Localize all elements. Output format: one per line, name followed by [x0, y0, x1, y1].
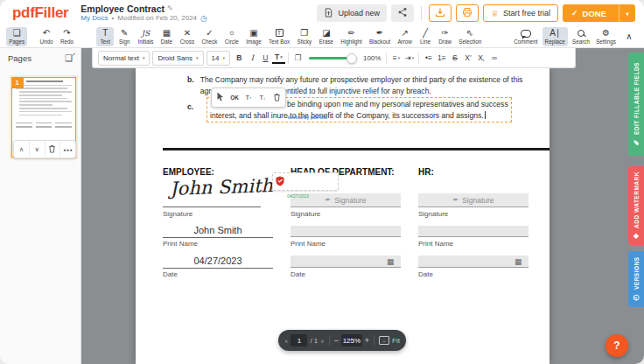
redo-icon: ↷ [63, 29, 70, 38]
employee-signature-label: Signature [163, 210, 192, 218]
employee-date[interactable]: 04/27/2023 [163, 256, 273, 266]
edit-fields-icon: ✎ [633, 138, 640, 147]
modified-text: Modified on Feb 20, 2024 [117, 14, 197, 22]
superscript-button[interactable]: X′ [461, 52, 474, 65]
print-button[interactable] [456, 4, 479, 22]
increase-font-button[interactable]: T↑ [242, 90, 256, 105]
font-size-dropdown[interactable]: 14▾ [206, 51, 230, 66]
move-page-down-button[interactable]: ∨ [30, 141, 46, 158]
rename-pencil-icon[interactable]: ✎ [167, 4, 173, 12]
font-family-dropdown[interactable]: Droid Sans▾ [152, 51, 203, 66]
toolbar-erase[interactable]: ◪Erase [316, 27, 336, 47]
hr-signature-field[interactable]: ✒ Signature [418, 193, 528, 207]
pdffiller-logo[interactable]: pdfFiller [12, 4, 68, 22]
ok-button[interactable]: OK [228, 90, 242, 105]
opacity-slider[interactable] [309, 57, 353, 60]
toolbar-text[interactable]: TText [96, 27, 114, 47]
underline-button[interactable]: U [259, 52, 272, 65]
decrease-font-button[interactable]: T↓ [256, 90, 270, 105]
bullet-list-button[interactable]: •≡ [422, 52, 435, 65]
line-icon: ╱ [423, 29, 428, 38]
toolbar-check[interactable]: ✓Check [199, 27, 220, 47]
toolbar-cross[interactable]: ✕Cross [177, 27, 197, 47]
subscript-button[interactable]: X‚ [474, 52, 487, 65]
header-left: pdfFiller Employee Contract ✎ My Docs • … [12, 4, 207, 23]
toolbar-blackout[interactable]: ✒Blackout [367, 27, 393, 47]
history-clock-icon[interactable]: ◷ [200, 14, 207, 23]
toolbar-image[interactable]: ▣Image [243, 27, 264, 47]
caret-down-icon: ▾ [412, 55, 415, 60]
move-page-up-button[interactable]: ∧ [14, 141, 30, 158]
toolbar-replace[interactable]: A∣Replace [542, 27, 568, 47]
breadcrumb-my-docs[interactable]: My Docs [80, 14, 108, 22]
versions-tab[interactable]: ◷VERSIONS [628, 251, 644, 307]
toolbar-search[interactable]: Search [570, 27, 592, 47]
add-watermark-tab[interactable]: ❖ADD WATERMARK [628, 166, 644, 245]
export-pages-icon[interactable]: ❏ ↗ [65, 53, 73, 63]
toolbar-text-box[interactable]: TText Box [266, 27, 292, 46]
indent-dropdown[interactable]: ⇥▾ [402, 52, 416, 65]
toolbar-sticky[interactable]: ❐Sticky [294, 27, 314, 47]
item-c-line2: interest, and shall inure to the benefit… [210, 110, 508, 122]
align-dropdown[interactable]: ≡▾ [389, 52, 402, 65]
toolbar-redo[interactable]: ↷Redo [58, 27, 77, 47]
zoom-level-value[interactable]: 125% [341, 334, 362, 346]
copy-style-button[interactable]: ❐ [291, 52, 304, 65]
opacity-value: 100% [363, 54, 381, 62]
upload-new-button[interactable]: Upload new [317, 4, 387, 22]
toolbar-collapse-toolbar[interactable]: ∧ [620, 31, 638, 43]
download-button[interactable] [429, 4, 452, 22]
slider-thumb[interactable] [346, 53, 357, 64]
done-dropdown-caret[interactable]: ▾ [619, 4, 635, 22]
toolbar-highlight[interactable]: ✏Highlight [338, 27, 365, 47]
hr-date-field[interactable]: ▦ [418, 256, 528, 268]
employee-signature-line [163, 206, 261, 207]
delete-page-button[interactable] [46, 141, 61, 158]
toolbar-sign[interactable]: ✎Sign [116, 27, 133, 47]
image-icon: ▣ [249, 29, 257, 38]
arrow-icon: ↗ [401, 29, 408, 38]
toolbar-undo[interactable]: ↶Undo [37, 27, 56, 47]
help-button[interactable]: ? [606, 334, 628, 357]
italic-button[interactable]: I [246, 52, 259, 65]
cross-icon: ✕ [184, 29, 191, 38]
highlight-icon: ✏ [347, 29, 354, 38]
toolbar-selection[interactable]: ⇖Selection [456, 27, 484, 47]
toolbar-comment[interactable]: Comment [511, 27, 540, 47]
move-text-button[interactable] [214, 90, 228, 105]
employee-signature-script[interactable]: John Smith [167, 175, 276, 200]
text-color-button[interactable]: T▾ [272, 52, 285, 64]
verified-signature-badge[interactable]: Verified by pdfFiller 04/27/2023 [272, 172, 339, 191]
bold-button[interactable]: B [233, 52, 246, 65]
toolbar-pages[interactable]: ❏Pages [6, 27, 27, 47]
toolbar-settings[interactable]: ⚙Settings [593, 27, 619, 47]
paragraph-style-dropdown[interactable]: Normal text▾ [98, 51, 150, 66]
toolbar-date[interactable]: ▦Date [158, 27, 175, 47]
delete-text-button[interactable] [270, 90, 284, 105]
toolbar-circle[interactable]: ○Circle [222, 27, 242, 47]
link-button[interactable]: ∞ [487, 52, 500, 65]
upload-icon [324, 8, 333, 19]
toolbar-draw[interactable]: ✑Draw [436, 27, 454, 47]
undo-icon: ↶ [43, 29, 50, 38]
next-page-button[interactable]: ∨ [320, 338, 324, 344]
start-free-trial-button[interactable]: ♕ Start free trial [483, 4, 558, 22]
hr-print-name-field[interactable] [418, 226, 528, 237]
previous-page-button[interactable]: ∧ [284, 338, 288, 344]
more-page-options-button[interactable]: ●●● [60, 141, 75, 158]
toolbar-line[interactable]: ╱Line [416, 27, 434, 47]
share-button[interactable] [391, 4, 414, 22]
strikethrough-button[interactable]: S [448, 52, 461, 65]
thumbnail-signature-area [16, 120, 72, 127]
current-page-input[interactable]: 1 [290, 334, 307, 346]
employee-print-name[interactable]: John Smith [163, 225, 273, 235]
zoom-in-button[interactable]: + [365, 336, 369, 345]
fit-page-button[interactable]: ↔ Fit [379, 336, 400, 345]
toolbar-arrow[interactable]: ↗Arrow [395, 27, 415, 47]
numbered-list-button[interactable]: 1≡ [435, 52, 448, 65]
toolbar-initials[interactable]: JSInitials [135, 27, 156, 47]
done-button[interactable]: ✓ DONE ▾ [563, 4, 635, 22]
head-date-field[interactable]: ▦ [290, 256, 401, 268]
edit-fillable-fields-tab[interactable]: ✎EDIT FILLABLE FIELDS [628, 52, 644, 156]
zoom-out-button[interactable]: − [334, 336, 339, 345]
